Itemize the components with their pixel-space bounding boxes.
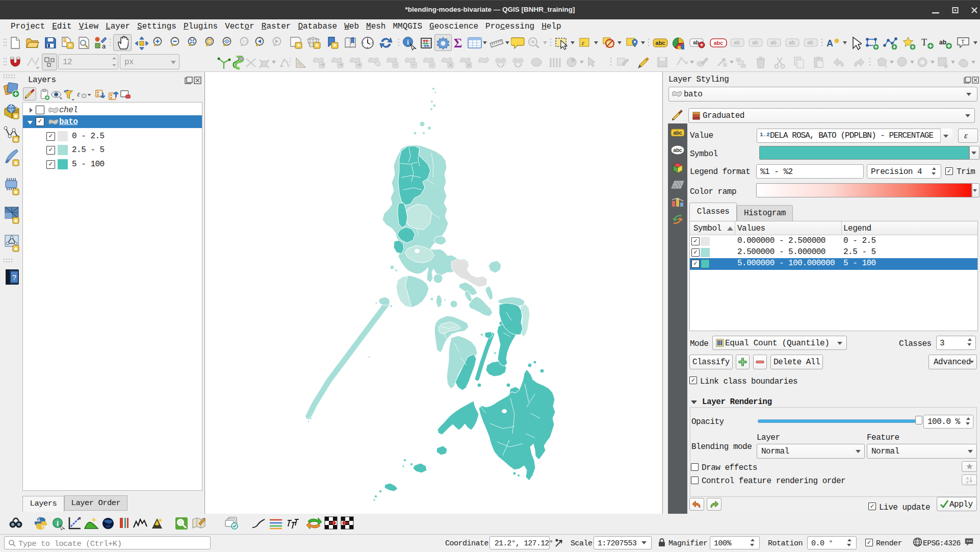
svg-text:?: ? [12, 273, 16, 282]
svg-text:A: A [966, 476, 969, 480]
svg-text:ε: ε [582, 39, 585, 46]
svg-text:Z: Z [966, 481, 969, 484]
svg-text:ab: ab [770, 40, 777, 45]
svg-text:ab: ab [734, 40, 740, 45]
svg-text:ab: ab [789, 40, 795, 45]
svg-text:ab: ab [807, 40, 813, 45]
svg-text:Σ: Σ [454, 36, 462, 49]
svg-text:a: a [102, 42, 106, 49]
svg-text:i: i [57, 519, 59, 528]
svg-text:i: i [407, 38, 409, 46]
svg-text:abc: abc [714, 40, 723, 46]
svg-text:T: T [921, 37, 927, 47]
svg-text:abc: abc [673, 130, 682, 136]
svg-text:1:1: 1:1 [243, 40, 248, 43]
svg-text:ε: ε [77, 90, 80, 98]
svg-text:ab: ab [693, 40, 699, 45]
svg-text:A: A [827, 38, 833, 48]
svg-text:T: T [961, 38, 965, 44]
svg-text:ab: ab [939, 39, 946, 46]
svg-text:ab: ab [752, 40, 758, 45]
svg-text:abc: abc [656, 40, 665, 46]
svg-text:abc: abc [673, 147, 682, 153]
